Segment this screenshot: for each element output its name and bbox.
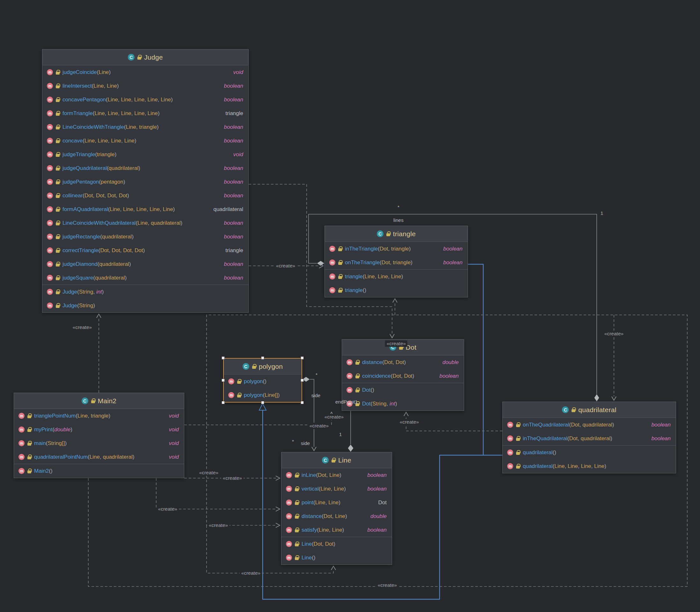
return-type: void [163,427,179,433]
selection-handle[interactable] [300,379,304,382]
member-name: lineIntersect [62,83,92,89]
signature: concave(Line, Line, Line, Line) [62,138,137,144]
punctuation: , [375,274,378,280]
punctuation: , [388,246,391,252]
punctuation: , [322,541,325,547]
create-edge-label: «create» [398,419,420,425]
nav-arrow-icon [312,447,316,451]
association-label: 1 [601,210,603,216]
method-icon: m [47,138,53,144]
method-row-judgeSquare: mjudgeSquare(quadrilateral)boolean [42,271,248,284]
method-icon: m [228,392,234,398]
member-name: formTriangle [62,110,93,116]
arrowhead-icon [404,412,408,416]
class-box-line[interactable]: CLineminLine(Dot, Line)booleanmvertical(… [281,452,392,565]
punctuation: , [388,274,391,280]
punctuation: ) [554,449,556,456]
signature: polygon(Line[]) [244,392,280,399]
selection-handle[interactable] [222,356,225,360]
punctuation: ) [125,275,127,281]
signature: correctTriangle(Dot, Dot, Dot, Dot) [62,247,145,254]
signature: onTheQuadrilateral(Dot, quadrilateral) [523,422,614,428]
param-type: Line [84,138,95,144]
param-type: Line [98,138,108,144]
class-box-triangle[interactable]: CtriangleminTheTriangle(Dot, triangle)bo… [324,226,468,297]
signature: quadrilateralPointNum(Line, quadrilatera… [34,454,135,460]
class-box-quadrilateral[interactable]: CquadrilateralmonTheQuadrilateral(Dot, q… [502,402,676,473]
constructor-row-polygon: mpolygon(Line[]) [224,388,302,402]
method-row-correctTriangle: mcorrectTriangle(Dot, Dot, Dot, Dot)tria… [42,244,248,257]
method-row-concavePentagon: mconcavePentagon(Line, Line, Line, Line,… [42,93,248,107]
punctuation: , [326,472,329,478]
param-type: quadrilateral [109,165,139,171]
method-row-point: mpoint(Line, Line)Dot [281,496,392,509]
member-name: Dot [362,387,370,393]
method-row-judgeQuadrilateral: mjudgeQuadrilateral(quadrilateral)boolea… [42,161,248,175]
member-name: trianglePointNum [34,413,75,419]
lock-icon [56,85,60,88]
method-row-LineCoincideWithQuadrilateral: mLineCoincideWithQuadrilateral(Line, qua… [42,216,248,230]
class-box-main2[interactable]: CMain2mtrianglePointNum(Line, triangle)v… [14,393,184,478]
lock-icon [516,438,520,441]
punctuation: , [390,260,393,265]
signature: satisfy(Line, Line) [302,527,344,533]
punctuation: ) [135,138,137,144]
return-type: void [163,440,179,447]
selection-handle[interactable] [300,356,304,360]
lock-icon [56,154,60,157]
constructor-row-triangle: mtriangle() [325,283,467,297]
punctuation: , [136,124,139,130]
return-type: triangle [220,110,243,117]
return-type: triangle [220,247,243,254]
selection-handle[interactable] [261,356,264,360]
signature: distance(Dot, Line) [302,513,347,519]
signature: Dot() [362,387,374,393]
member-name: Judge [62,289,77,295]
diagram-canvas[interactable]: CJudgemjudgeCoincide(Line)voidmlineInter… [0,0,700,612]
arrowhead-icon [393,299,397,303]
member-name: judgeRectangle [62,234,100,240]
punctuation: ) [108,413,110,419]
param-type: triangle [97,151,115,157]
method-row-LineCoincideWithTriangle: mLineCoincideWithTriangle(Line, triangle… [42,120,248,134]
param-type: quadrilateral [99,261,129,267]
member-name: judgeCoincide [62,69,97,75]
param-type: Line [594,463,604,469]
edge-assoc-side[interactable] [310,379,314,447]
punctuation: ) [173,206,175,212]
param-type: quadrilateral [95,275,125,281]
selection-handle[interactable] [300,401,304,404]
constructors-section: mtriangle(Line, Line, Line)mtriangle() [325,269,467,297]
class-icon: C [322,457,328,463]
method-icon: m [18,440,25,446]
class-title: Line [338,457,351,464]
association-label: side [311,393,320,399]
punctuation: ) [412,373,415,379]
class-box-judge[interactable]: CJudgemjudgeCoincide(Line)voidmlineInter… [42,49,249,313]
method-icon: m [329,246,335,252]
class-icon: C [128,54,135,60]
class-box-dot[interactable]: CDotmdistance(Dot, Dot)doublemcoincidenc… [342,339,464,411]
punctuation: ) [180,220,182,226]
edge-create-main2-line-2[interactable] [156,478,276,509]
method-row-coincidence: mcoincidence(Dot, Dot)boolean [342,369,464,383]
param-type: Line [581,463,591,469]
class-box-polygon[interactable]: Cpolygonmpolygon()mpolygon(Line[]) [223,358,302,403]
return-type: boolean [218,165,243,171]
selection-handle[interactable] [222,379,225,382]
punctuation: , [88,413,90,419]
selection-handle[interactable] [261,401,264,404]
edge-create-quadrilateral-dot[interactable] [406,416,502,431]
selection-handle[interactable] [222,401,225,404]
method-icon: m [47,289,53,295]
punctuation: , [579,422,583,428]
member-name: judgeSquare [62,275,93,281]
method-row-inLine: minLine(Dot, Line)boolean [281,468,392,482]
signature: quadrilateral(Line, Line, Line, Line) [523,463,606,470]
lock-icon [516,466,520,469]
association-label: 1 [339,432,342,437]
return-type: double [365,513,387,519]
return-type: boolean [218,124,243,130]
method-icon: m [507,435,513,442]
signature: main(String[]) [34,440,67,447]
